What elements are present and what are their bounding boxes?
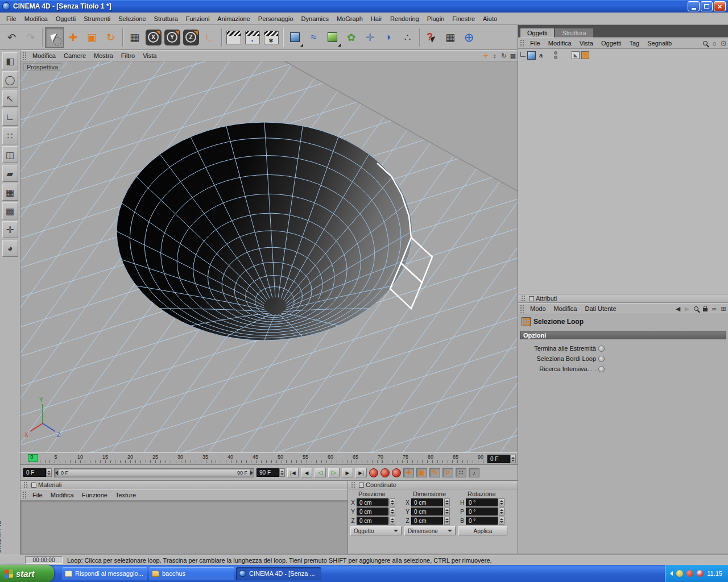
history-forward-icon[interactable]: ▶: [682, 304, 692, 313]
search-icon[interactable]: [701, 39, 710, 48]
axis-mode-button[interactable]: ∟: [2, 109, 18, 126]
size-z-stepper[interactable]: [444, 517, 450, 525]
link-icon[interactable]: ∞: [710, 304, 719, 313]
mat-menu-file[interactable]: File: [28, 492, 47, 498]
vp-menu-camere[interactable]: Camere: [60, 52, 90, 59]
add-nurbs-button[interactable]: [323, 27, 342, 48]
editor-visibility-dot[interactable]: [554, 51, 557, 55]
current-frame-stepper[interactable]: [46, 468, 52, 477]
materials-list[interactable]: [20, 501, 348, 555]
play-button[interactable]: ▷: [328, 468, 340, 477]
mat-menu-modifica[interactable]: Modifica: [47, 492, 78, 498]
scale-button[interactable]: ▣: [82, 27, 101, 48]
render-picture-viewer-button[interactable]: ▪: [243, 27, 262, 48]
size-z-field[interactable]: 0 cm: [411, 517, 443, 525]
size-x-stepper[interactable]: [444, 498, 450, 506]
taskbar-item-cinema4d[interactable]: CINEMA 4D - [Senza ...: [236, 567, 321, 580]
size-mode-dropdown[interactable]: Dimensione: [404, 526, 456, 535]
autokeying-button[interactable]: [380, 468, 390, 477]
preview-range-slider[interactable]: 0 F 90 F: [54, 468, 254, 477]
tray-icon[interactable]: [697, 570, 704, 577]
menu-item-strumenti[interactable]: Strumenti: [80, 15, 114, 22]
make-editable-button[interactable]: ◧: [2, 52, 18, 69]
rot-b-stepper[interactable]: [499, 517, 504, 525]
menu-item-dynamics[interactable]: Dynamics: [297, 15, 333, 22]
pos-z-field[interactable]: 0 cm: [357, 517, 388, 525]
points-mode-button[interactable]: ∷: [2, 127, 18, 144]
rot-h-field[interactable]: 0 °: [466, 498, 498, 506]
rot-b-field[interactable]: 0 °: [466, 517, 498, 525]
goto-end-button[interactable]: ▶|: [355, 468, 367, 477]
selection-tag-icon[interactable]: ∴: [581, 51, 589, 59]
undo-button[interactable]: ↶: [2, 27, 21, 48]
goto-start-button[interactable]: |◀: [287, 468, 299, 477]
pos-y-stepper[interactable]: [390, 508, 395, 516]
end-frame-stepper[interactable]: [279, 468, 285, 477]
menu-item-funzioni[interactable]: Funzioni: [182, 15, 214, 22]
rot-h-stepper[interactable]: [499, 498, 504, 506]
menu-item-modifica[interactable]: Modifica: [20, 15, 52, 22]
close-button[interactable]: ×: [714, 1, 726, 11]
polygon-object-icon[interactable]: [527, 51, 536, 60]
menu-item-finestre[interactable]: Finestre: [448, 15, 479, 22]
options-section-header[interactable]: Opzioni: [520, 331, 726, 339]
lock-icon[interactable]: [701, 304, 710, 313]
menu-item-personaggio[interactable]: Personaggio: [254, 15, 297, 22]
home-icon[interactable]: ⌂: [710, 39, 719, 48]
menu-item-file[interactable]: File: [2, 15, 20, 22]
panel-grip[interactable]: [520, 39, 524, 47]
sound-toggle[interactable]: ♪: [469, 468, 479, 477]
panel-icon[interactable]: [359, 483, 364, 488]
camera-pan-icon[interactable]: ✛: [481, 51, 490, 60]
menu-item-struttura[interactable]: Struttura: [150, 15, 182, 22]
hide-icons-chevron[interactable]: [670, 571, 673, 576]
record-point-level-toggle[interactable]: ∷: [456, 468, 466, 477]
visibility-toggles[interactable]: [554, 51, 557, 59]
vp-menu-vista[interactable]: Vista: [139, 52, 160, 59]
record-position-toggle[interactable]: ✚: [403, 468, 414, 477]
size-y-stepper[interactable]: [444, 508, 450, 516]
vp-menu-filtro[interactable]: Filtro: [117, 52, 139, 59]
tab-struttura[interactable]: Struttura: [555, 28, 593, 38]
menu-item-mograph[interactable]: MoGraph: [333, 15, 367, 22]
pos-x-field[interactable]: 0 cm: [357, 498, 388, 506]
x-axis-lock-button[interactable]: X: [144, 27, 163, 48]
polygon-tag-icon[interactable]: ◣: [572, 51, 580, 59]
attr-menu-dati-utente[interactable]: Dati Utente: [581, 305, 621, 312]
redo-button[interactable]: ↷: [21, 27, 40, 48]
current-frame-field[interactable]: 0 F: [23, 468, 46, 477]
tab-oggetti[interactable]: Oggetti: [520, 28, 554, 38]
pos-y-field[interactable]: 0 cm: [357, 508, 388, 516]
menu-item-selezione[interactable]: Selezione: [114, 15, 150, 22]
polygons-mode-button[interactable]: ▰: [2, 165, 18, 182]
taskbar-item-message[interactable]: Rispondi al messaggio...: [62, 567, 147, 580]
vp-menu-mostra[interactable]: Mostra: [90, 52, 117, 59]
coord-mode-dropdown[interactable]: Oggetto: [350, 526, 402, 535]
menu-item-rendering[interactable]: Rendering: [386, 15, 423, 22]
attr-menu-modo[interactable]: Modo: [526, 305, 550, 312]
panel-grip[interactable]: [351, 481, 355, 488]
om-menu-file[interactable]: File: [526, 40, 544, 47]
attr-menu-modifica[interactable]: Modifica: [550, 305, 581, 312]
camera-zoom-icon[interactable]: ↕: [490, 51, 499, 60]
om-menu-vista[interactable]: Vista: [576, 40, 597, 47]
menu-item-animazione[interactable]: Animazione: [213, 15, 254, 22]
slider-right-arrow-icon[interactable]: [250, 471, 253, 475]
panel-grip[interactable]: [23, 481, 28, 488]
rot-p-field[interactable]: 0 °: [466, 508, 498, 516]
panel-grip[interactable]: [22, 52, 27, 60]
pos-x-stepper[interactable]: [390, 498, 395, 506]
add-scene-object-button[interactable]: ◗: [379, 27, 398, 48]
size-y-field[interactable]: 0 cm: [411, 508, 443, 516]
select-boundary-loop-checkbox[interactable]: [598, 356, 605, 362]
deformer-mode-button[interactable]: ◕: [2, 240, 18, 257]
record-parameter-toggle[interactable]: P: [442, 468, 453, 477]
timeline-ruler[interactable]: 0 5 10 15 20 25 30 35 40 45 50 55: [20, 452, 518, 465]
vp-menu-modifica[interactable]: Modifica: [28, 52, 60, 59]
rotate-button[interactable]: ↻: [101, 27, 120, 48]
restore-button[interactable]: [701, 1, 713, 11]
viewport-label[interactable]: Prospettiva: [23, 63, 61, 71]
move-button[interactable]: ✚: [64, 27, 82, 48]
play-backwards-button[interactable]: ◁: [315, 468, 326, 477]
render-settings-button[interactable]: ✱: [262, 27, 280, 48]
